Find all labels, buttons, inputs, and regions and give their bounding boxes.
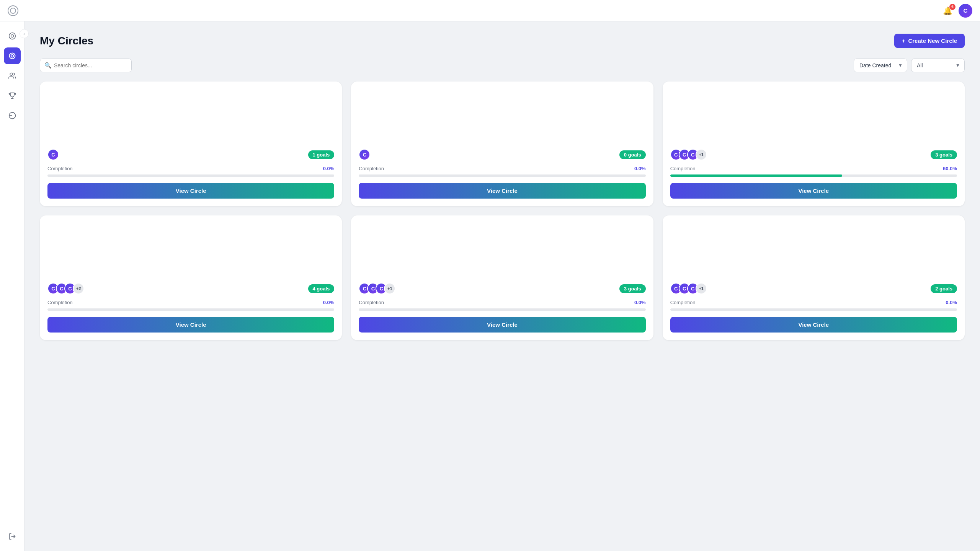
sort-select-wrapper: Date Created Name Completion ▼ <box>854 59 907 72</box>
card-menu-button[interactable]: ⋮ <box>636 87 648 99</box>
filter-select[interactable]: All Active Archived <box>911 59 965 72</box>
view-circle-button[interactable]: View Circle <box>47 183 334 199</box>
circles-grid: ⋮ Prototype Run Prototype run of our wid… <box>40 82 965 340</box>
filter-row: 🔍 Date Created Name Completion ▼ All Act… <box>40 59 965 72</box>
card-body: CCC+1 3 goals Completion 60.0% View Circ… <box>663 143 965 206</box>
notification-button[interactable]: 6 🔔 <box>941 5 954 17</box>
card-menu-button[interactable]: ⋮ <box>947 221 959 233</box>
svg-point-3 <box>9 53 15 59</box>
card-menu-button[interactable]: ⋮ <box>636 221 648 233</box>
circle-card: ⋮ Safety and Compliance Team Dedicated t… <box>663 82 965 206</box>
sidebar-item-circles[interactable] <box>4 47 21 64</box>
completion-value: 60.0% <box>943 166 957 171</box>
circle-card: ⋮ Maintenance and Repairs Te... Ensures … <box>40 215 342 340</box>
sidebar-item-analytics[interactable] <box>4 107 21 124</box>
app-logo <box>8 5 18 16</box>
sidebar-item-export[interactable] <box>4 528 21 545</box>
sidebar-item-trophy[interactable] <box>4 87 21 104</box>
completion-value: 0.0% <box>323 300 335 305</box>
card-body: C 1 goals Completion 0.0% View Circle <box>40 143 342 206</box>
completion-value: 0.0% <box>946 300 957 305</box>
avatars-row: CCC+2 <box>47 283 84 294</box>
filter-controls: Date Created Name Completion ▼ All Activ… <box>854 59 965 72</box>
page-header: My Circles + Create New Circle <box>40 34 965 48</box>
card-body: CCC+1 2 goals Completion 0.0% View Circl… <box>663 277 965 340</box>
sidebar-item-people[interactable] <box>4 67 21 84</box>
svg-point-5 <box>10 73 13 76</box>
progress-bar-fill <box>670 174 843 177</box>
svg-point-0 <box>10 8 16 13</box>
avatars-row: CCC+1 <box>359 283 395 294</box>
completion-row: Completion 0.0% <box>47 300 334 305</box>
card-menu-button[interactable]: ⋮ <box>947 87 959 99</box>
progress-bar-background <box>670 308 957 311</box>
main-content: My Circles + Create New Circle 🔍 Date Cr… <box>24 21 980 551</box>
search-wrapper: 🔍 <box>40 59 132 72</box>
card-description: Dedicated to ensuring a safe work enviro… <box>670 121 957 135</box>
topbar: 6 🔔 C <box>0 0 980 21</box>
topbar-left <box>8 5 18 16</box>
topbar-right: 6 🔔 C <box>941 4 972 18</box>
card-header: ⋮ Safety and Compliance Team Dedicated t… <box>663 82 965 143</box>
avatars-row: CCC+1 <box>670 149 707 160</box>
goals-badge: 4 goals <box>308 284 335 293</box>
completion-row: Completion 0.0% <box>47 166 334 171</box>
card-description: Ideation event to fill the project hoppe… <box>359 128 645 135</box>
card-header: ⋮ Maintenance and Repairs Te... Ensures … <box>40 215 342 277</box>
search-input[interactable] <box>40 59 132 72</box>
card-title: QC Team <box>359 251 645 260</box>
completion-value: 0.0% <box>634 166 646 171</box>
create-circle-button[interactable]: + Create New Circle <box>894 34 965 48</box>
avatars-row: C <box>359 149 370 160</box>
completion-label: Completion <box>670 300 696 305</box>
card-title: Safety and Compliance Team <box>670 110 957 119</box>
card-meta: CCC+1 3 goals <box>670 149 957 160</box>
view-circle-button[interactable]: View Circle <box>359 183 645 199</box>
progress-bar-background <box>47 308 334 311</box>
card-title: Maintenance and Repairs Te... <box>47 251 334 260</box>
goals-badge: 3 goals <box>619 284 646 293</box>
page-title: My Circles <box>40 35 93 47</box>
view-circle-button[interactable]: View Circle <box>670 317 957 333</box>
card-header: ⋮ Prototype Run Prototype run of our wid… <box>40 82 342 143</box>
sidebar-toggle[interactable]: › <box>20 29 29 38</box>
card-meta: C 0 goals <box>359 149 645 160</box>
card-title: Prototype Run <box>47 117 334 126</box>
completion-label: Completion <box>47 300 73 305</box>
progress-bar-background <box>47 174 334 177</box>
card-meta: CCC+1 2 goals <box>670 283 957 294</box>
completion-row: Completion 0.0% <box>359 166 645 171</box>
avatar: C <box>359 149 370 160</box>
view-circle-button[interactable]: View Circle <box>359 317 645 333</box>
goals-badge: 1 goals <box>308 150 335 159</box>
sidebar-item-target[interactable] <box>4 28 21 44</box>
view-circle-button[interactable]: View Circle <box>670 183 957 199</box>
completion-row: Completion 0.0% <box>359 300 645 305</box>
card-header: ⋮ QC Team First shift quality control te… <box>351 215 653 277</box>
card-menu-button[interactable]: ⋮ <box>324 87 336 99</box>
progress-bar-background <box>359 174 645 177</box>
sort-select[interactable]: Date Created Name Completion <box>854 59 907 72</box>
svg-point-2 <box>11 35 13 37</box>
user-avatar[interactable]: C <box>959 4 972 18</box>
circle-card: ⋮ 2025 Project Ideation Ideation event t… <box>351 82 653 206</box>
svg-point-1 <box>9 33 15 39</box>
circle-card: ⋮ Electronics Assembly Team First shift … <box>663 215 965 340</box>
svg-point-4 <box>11 55 13 57</box>
search-icon: 🔍 <box>44 62 52 69</box>
avatar-count: +2 <box>73 283 84 294</box>
sidebar: › <box>0 21 24 551</box>
completion-value: 0.0% <box>634 300 646 305</box>
card-body: CCC+2 4 goals Completion 0.0% View Circl… <box>40 277 342 340</box>
card-body: CCC+1 3 goals Completion 0.0% View Circl… <box>351 277 653 340</box>
completion-row: Completion 0.0% <box>670 300 957 305</box>
avatar-count: +1 <box>384 283 395 294</box>
completion-label: Completion <box>670 166 696 171</box>
view-circle-button[interactable]: View Circle <box>47 317 334 333</box>
goals-badge: 2 goals <box>931 284 957 293</box>
card-menu-button[interactable]: ⋮ <box>324 221 336 233</box>
card-description: First shift quality control team located… <box>359 262 645 269</box>
card-description: First shift electronics team located in … <box>670 262 957 269</box>
filter-select-wrapper: All Active Archived ▼ <box>911 59 965 72</box>
card-meta: C 1 goals <box>47 149 334 160</box>
